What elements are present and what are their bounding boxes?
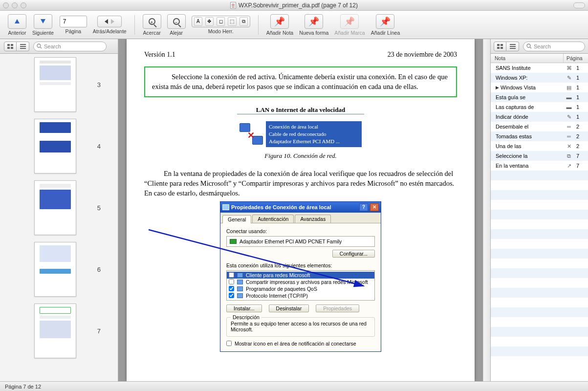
toolbar-separator xyxy=(258,15,259,35)
new-shape-button[interactable]: 📌 xyxy=(305,14,323,29)
next-page-button[interactable] xyxy=(34,14,52,29)
marquee-tool-button[interactable]: ◻ xyxy=(217,17,225,26)
page-thumbnail[interactable] xyxy=(34,242,76,297)
thumbnail-search-field[interactable]: Search xyxy=(33,42,107,51)
annotation-row[interactable]: Windows XP:✎1 xyxy=(491,73,588,83)
tab-authentication[interactable]: Autenticación xyxy=(252,215,294,223)
thumbnail-row[interactable]: 4 xyxy=(0,115,118,177)
annotation-type-icon: ⧉ xyxy=(564,153,574,159)
properties-button[interactable]: Propiedades xyxy=(316,304,359,312)
qos-icon xyxy=(237,286,243,291)
zoom-in-button[interactable]: + xyxy=(143,14,161,29)
adapter-name: Adaptador Ethernet PCI AMD PCNET Family xyxy=(240,239,342,244)
add-line-button[interactable]: 📌 xyxy=(376,14,394,29)
thumbnail-row[interactable]: 7 xyxy=(0,300,118,362)
column-header-page[interactable]: Página xyxy=(564,54,588,63)
annotations-grid-view-button[interactable] xyxy=(494,42,506,51)
tcpip-icon xyxy=(237,293,243,298)
element-checkbox[interactable] xyxy=(229,279,234,284)
element-checkbox[interactable] xyxy=(229,272,234,278)
element-row[interactable]: Cliente para redes Microsoft xyxy=(227,272,374,279)
elements-list[interactable]: Cliente para redes Microsoft Compartir i… xyxy=(226,270,375,301)
element-buttons: Instalar... Desinstalar Propiedades xyxy=(226,304,375,312)
annotation-row[interactable]: Esta guía se▬1 xyxy=(491,92,588,102)
uninstall-button[interactable]: Desinstalar xyxy=(269,304,309,312)
close-window-button[interactable] xyxy=(3,2,9,8)
element-row[interactable]: Protocolo Internet (TCP/IP) xyxy=(227,292,374,299)
previous-page-button[interactable] xyxy=(8,14,26,29)
svg-rect-3 xyxy=(11,47,13,49)
annotations-list-view-button[interactable] xyxy=(506,42,519,51)
page-number-input[interactable] xyxy=(60,16,87,27)
paragraph-text: En la ventana de propiedades de la conex… xyxy=(144,170,454,197)
dialog-close-button[interactable]: ✕ xyxy=(370,203,379,211)
dialog-help-button[interactable]: ? xyxy=(359,203,368,211)
zoom-window-button[interactable] xyxy=(21,2,26,8)
body-paragraph: En la ventana de propiedades de la conex… xyxy=(144,169,457,198)
page-view[interactable]: Versión 1.1 23 de noviembre de 2003 Sele… xyxy=(118,39,483,381)
line-pin-icon: 📌 xyxy=(380,17,391,26)
element-checkbox[interactable] xyxy=(229,286,234,291)
thumbnail-page-number: 3 xyxy=(81,81,101,88)
annotation-row[interactable]: Seleccione la⧉7 xyxy=(491,151,588,161)
thumbnail-row[interactable]: 6 xyxy=(0,239,118,300)
element-checkbox[interactable] xyxy=(229,293,234,298)
annotation-row[interactable]: Una de las✕2 xyxy=(491,141,588,151)
annotations-search-field[interactable]: Search xyxy=(523,42,585,51)
thumbnail-row[interactable]: 3 xyxy=(0,54,118,115)
annotations-list[interactable]: SANS Institute⌘1Windows XP:✎1▶Windows Vi… xyxy=(491,63,588,381)
annotation-row-empty xyxy=(491,327,588,337)
arrow-down-icon xyxy=(41,19,45,23)
annotation-row-empty xyxy=(491,356,588,366)
search-placeholder: Search xyxy=(44,43,61,49)
tab-general[interactable]: General xyxy=(222,215,251,223)
green-paragraph-text: Seleccione la conexión de red activa. Ún… xyxy=(152,73,448,90)
thumbnail-list[interactable]: 3 4 5 6 7 xyxy=(0,54,118,381)
annotation-row[interactable]: Tomadas estas═2 xyxy=(491,131,588,141)
page-scrollbar[interactable] xyxy=(483,39,490,381)
page-thumbnail[interactable] xyxy=(34,57,76,112)
text-tool-button[interactable]: A xyxy=(194,17,202,26)
pdf-page: Versión 1.1 23 de noviembre de 2003 Sele… xyxy=(127,39,475,381)
thumbnail-list-view-button[interactable] xyxy=(17,42,29,51)
thumbnail-grid-view-button[interactable] xyxy=(4,42,17,51)
forward-button[interactable] xyxy=(111,19,114,24)
element-label: Compartir impresoras y archivos para red… xyxy=(246,279,368,285)
next-page-label: Siguiente xyxy=(32,30,54,36)
annotation-row[interactable]: ▶Windows Vista▤1 xyxy=(491,83,588,92)
annotation-row-empty xyxy=(491,278,588,288)
toolbar-toggle-button[interactable] xyxy=(573,2,585,8)
install-button[interactable]: Instalar... xyxy=(226,304,262,312)
annotation-row-empty xyxy=(491,268,588,278)
add-note-button[interactable]: 📌 xyxy=(270,14,289,29)
network-icon: ✕ xyxy=(240,123,263,145)
show-icon-checkbox[interactable] xyxy=(226,341,232,346)
zoom-out-button[interactable]: − xyxy=(167,14,186,29)
back-button[interactable] xyxy=(105,19,108,24)
annotation-text: Las capturas de xyxy=(491,104,564,110)
thumbnail-row[interactable]: 5 xyxy=(0,177,118,239)
minimize-window-button[interactable] xyxy=(12,2,18,8)
annotation-row[interactable]: Desembale el═2 xyxy=(491,122,588,131)
annotation-row-empty xyxy=(491,180,588,190)
thumbnail-page-number: 4 xyxy=(81,143,101,150)
annotation-row[interactable]: Las capturas de▬1 xyxy=(491,102,588,112)
column-header-note[interactable]: Nota xyxy=(491,54,564,63)
configure-button[interactable]: Configurar... xyxy=(332,250,375,258)
element-label: Protocolo Internet (TCP/IP) xyxy=(246,293,308,299)
move-tool-button[interactable]: ✥ xyxy=(205,17,214,26)
svg-rect-4 xyxy=(20,44,26,45)
network-label: Conexión de área local Cable de red desc… xyxy=(266,121,362,147)
annotation-row[interactable]: SANS Institute⌘1 xyxy=(491,63,588,73)
lasso-tool-button[interactable]: ⧉ xyxy=(240,17,248,26)
element-row[interactable]: Compartir impresoras y archivos para red… xyxy=(227,279,374,285)
annotation-row[interactable]: Indicar dónde✎1 xyxy=(491,112,588,122)
page-thumbnail[interactable] xyxy=(34,304,76,358)
element-row[interactable]: Programador de paquetes QoS xyxy=(227,285,374,292)
page-thumbnail[interactable] xyxy=(34,119,76,174)
page-thumbnail[interactable] xyxy=(34,180,76,235)
tab-advanced[interactable]: Avanzadas xyxy=(295,215,331,223)
select-tool-button[interactable]: ⬚ xyxy=(228,17,236,26)
annotation-row[interactable]: En la ventana↗7 xyxy=(491,161,588,171)
svg-point-7 xyxy=(37,44,41,47)
